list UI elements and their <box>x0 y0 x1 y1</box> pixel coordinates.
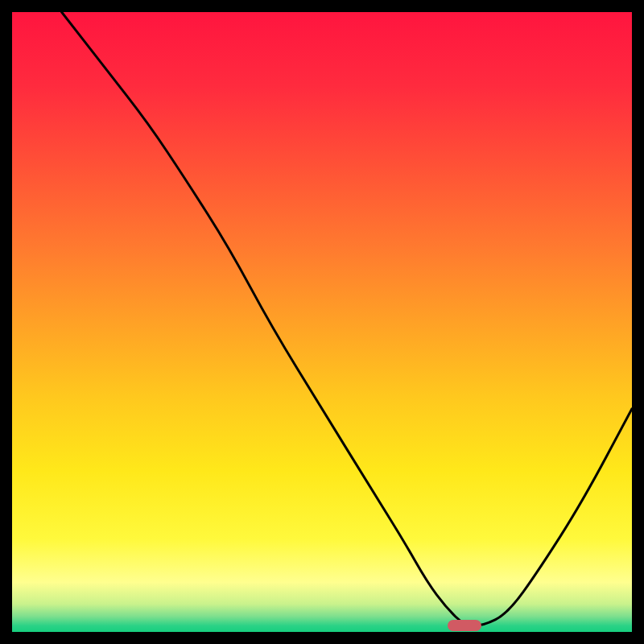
gradient-background <box>12 12 632 632</box>
optimal-point-marker <box>448 620 481 631</box>
chart-frame: TheBottleneck.com <box>12 12 632 632</box>
bottleneck-chart <box>12 12 632 632</box>
